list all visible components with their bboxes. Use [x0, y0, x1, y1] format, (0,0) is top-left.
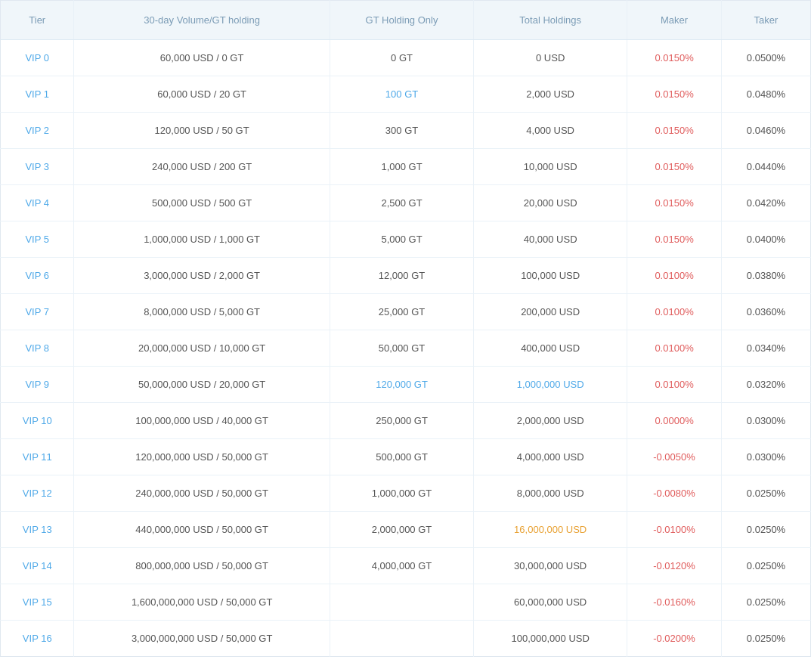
- total-holdings-cell: 20,000 USD: [474, 185, 627, 221]
- header-total-holdings: Total Holdings: [474, 1, 627, 40]
- tier-cell[interactable]: VIP 5: [1, 221, 74, 258]
- tier-link[interactable]: VIP 5: [25, 234, 49, 245]
- tier-link[interactable]: VIP 15: [23, 596, 52, 608]
- gt-holding-cell: 300 GT: [330, 113, 474, 149]
- taker-cell: 0.0360%: [722, 294, 811, 330]
- table-row: VIP 10100,000,000 USD / 40,000 GT250,000…: [1, 403, 811, 439]
- taker-cell: 0.0340%: [722, 330, 811, 367]
- table-row: VIP 160,000 USD / 20 GT100 GT2,000 USD0.…: [1, 76, 811, 113]
- taker-cell: 0.0440%: [722, 149, 811, 185]
- total-holdings-cell: 10,000 USD: [474, 149, 627, 185]
- taker-cell: 0.0460%: [722, 113, 811, 149]
- volume-cell: 60,000 USD / 20 GT: [74, 76, 330, 113]
- gt-holding-cell: [330, 621, 474, 657]
- tier-cell[interactable]: VIP 15: [1, 584, 74, 621]
- gt-holding-cell: [330, 584, 474, 621]
- volume-cell: 500,000 USD / 500 GT: [74, 185, 330, 221]
- total-holdings-cell: 4,000,000 USD: [474, 439, 627, 475]
- taker-cell: 0.0300%: [722, 403, 811, 439]
- tier-link[interactable]: VIP 11: [23, 451, 52, 463]
- taker-cell: 0.0500%: [722, 40, 811, 76]
- maker-cell: -0.0050%: [627, 439, 722, 475]
- total-holdings-cell: 4,000 USD: [474, 113, 627, 149]
- total-holdings-cell: 60,000,000 USD: [474, 584, 627, 621]
- taker-cell: 0.0250%: [722, 548, 811, 584]
- volume-cell: 50,000,000 USD / 20,000 GT: [74, 367, 330, 403]
- tier-cell[interactable]: VIP 0: [1, 40, 74, 76]
- tier-cell[interactable]: VIP 14: [1, 548, 74, 584]
- maker-cell: 0.0150%: [627, 149, 722, 185]
- tier-cell[interactable]: VIP 12: [1, 475, 74, 512]
- gt-holding-cell: 120,000 GT: [330, 367, 474, 403]
- volume-cell: 440,000,000 USD / 50,000 GT: [74, 512, 330, 548]
- tier-cell[interactable]: VIP 13: [1, 512, 74, 548]
- header-gt-holding: GT Holding Only: [330, 1, 474, 40]
- tier-cell[interactable]: VIP 16: [1, 621, 74, 657]
- table-row: VIP 12240,000,000 USD / 50,000 GT1,000,0…: [1, 475, 811, 512]
- volume-cell: 800,000,000 USD / 50,000 GT: [74, 548, 330, 584]
- tier-cell[interactable]: VIP 3: [1, 149, 74, 185]
- tier-cell[interactable]: VIP 10: [1, 403, 74, 439]
- tier-link[interactable]: VIP 1: [25, 88, 49, 100]
- total-holdings-cell: 2,000,000 USD: [474, 403, 627, 439]
- total-holdings-cell: 1,000,000 USD: [474, 367, 627, 403]
- tier-cell[interactable]: VIP 4: [1, 185, 74, 221]
- header-tier: Tier: [1, 1, 74, 40]
- tier-link[interactable]: VIP 7: [25, 306, 49, 317]
- total-holdings-cell: 30,000,000 USD: [474, 548, 627, 584]
- maker-cell: 0.0100%: [627, 294, 722, 330]
- volume-cell: 120,000,000 USD / 50,000 GT: [74, 439, 330, 475]
- total-holdings-cell: 8,000,000 USD: [474, 475, 627, 512]
- gt-holding-cell: 1,000 GT: [330, 149, 474, 185]
- maker-cell: -0.0200%: [627, 621, 722, 657]
- tier-cell[interactable]: VIP 1: [1, 76, 74, 113]
- tier-link[interactable]: VIP 16: [23, 633, 52, 644]
- tier-cell[interactable]: VIP 6: [1, 258, 74, 294]
- table-row: VIP 78,000,000 USD / 5,000 GT25,000 GT20…: [1, 294, 811, 330]
- tier-cell[interactable]: VIP 2: [1, 113, 74, 149]
- taker-cell: 0.0250%: [722, 475, 811, 512]
- volume-cell: 20,000,000 USD / 10,000 GT: [74, 330, 330, 367]
- volume-cell: 120,000 USD / 50 GT: [74, 113, 330, 149]
- taker-cell: 0.0420%: [722, 185, 811, 221]
- taker-cell: 0.0300%: [722, 439, 811, 475]
- tier-link[interactable]: VIP 14: [23, 560, 52, 571]
- taker-cell: 0.0380%: [722, 258, 811, 294]
- maker-cell: 0.0150%: [627, 113, 722, 149]
- tier-link[interactable]: VIP 10: [23, 415, 52, 426]
- gt-holding-cell: 0 GT: [330, 40, 474, 76]
- tier-link[interactable]: VIP 3: [25, 161, 49, 172]
- volume-cell: 240,000 USD / 200 GT: [74, 149, 330, 185]
- maker-cell: 0.0150%: [627, 40, 722, 76]
- tier-link[interactable]: VIP 8: [25, 342, 49, 354]
- tier-link[interactable]: VIP 4: [25, 197, 49, 209]
- volume-cell: 8,000,000 USD / 5,000 GT: [74, 294, 330, 330]
- maker-cell: -0.0100%: [627, 512, 722, 548]
- tier-cell[interactable]: VIP 8: [1, 330, 74, 367]
- header-maker: Maker: [627, 1, 722, 40]
- tier-cell[interactable]: VIP 11: [1, 439, 74, 475]
- tier-link[interactable]: VIP 13: [23, 524, 52, 535]
- tier-link[interactable]: VIP 6: [25, 270, 49, 281]
- tier-cell[interactable]: VIP 7: [1, 294, 74, 330]
- volume-cell: 100,000,000 USD / 40,000 GT: [74, 403, 330, 439]
- table-row: VIP 13440,000,000 USD / 50,000 GT2,000,0…: [1, 512, 811, 548]
- total-holdings-cell: 400,000 USD: [474, 330, 627, 367]
- taker-cell: 0.0250%: [722, 512, 811, 548]
- total-holdings-cell: 100,000 USD: [474, 258, 627, 294]
- taker-cell: 0.0480%: [722, 76, 811, 113]
- taker-cell: 0.0250%: [722, 584, 811, 621]
- taker-cell: 0.0250%: [722, 621, 811, 657]
- tier-link[interactable]: VIP 2: [25, 125, 49, 136]
- tier-cell[interactable]: VIP 9: [1, 367, 74, 403]
- fee-tier-table: Tier 30-day Volume/GT holding GT Holding…: [0, 0, 811, 657]
- header-taker: Taker: [722, 1, 811, 40]
- table-row: VIP 51,000,000 USD / 1,000 GT5,000 GT40,…: [1, 221, 811, 258]
- gt-holding-cell: 12,000 GT: [330, 258, 474, 294]
- tier-link[interactable]: VIP 12: [23, 488, 52, 499]
- table-row: VIP 820,000,000 USD / 10,000 GT50,000 GT…: [1, 330, 811, 367]
- total-holdings-cell: 100,000,000 USD: [474, 621, 627, 657]
- volume-cell: 3,000,000,000 USD / 50,000 GT: [74, 621, 330, 657]
- tier-link[interactable]: VIP 0: [25, 52, 49, 63]
- tier-link[interactable]: VIP 9: [25, 379, 49, 390]
